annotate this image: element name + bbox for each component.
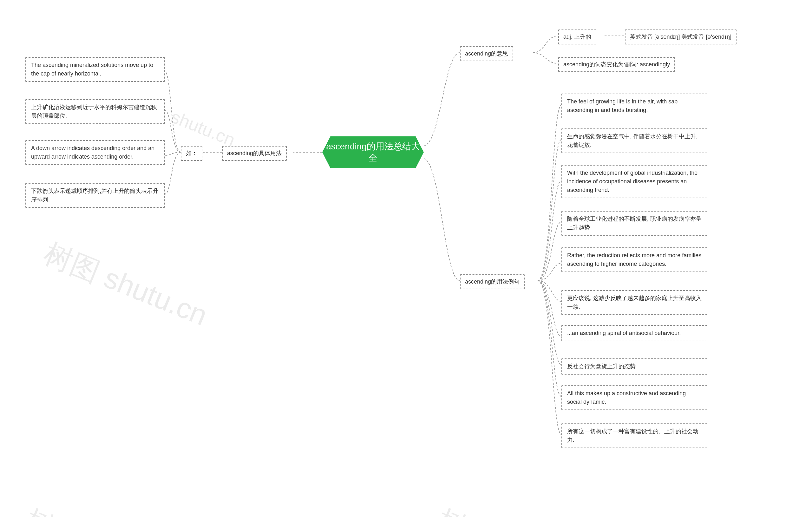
example-item-text: With the development of global industria… bbox=[567, 170, 697, 193]
example-item-node[interactable]: 随着全球工业化进程的不断发展, 职业病的发病率亦呈上升趋势. bbox=[561, 211, 707, 236]
example-item-node[interactable]: 生命的感觉弥漫在空气中, 伴随着水分在树干中上升,花蕾绽放. bbox=[561, 128, 707, 153]
watermark: 树图 shutu.cn bbox=[38, 234, 213, 335]
example-item-node[interactable]: ...an ascending spiral of antisocial beh… bbox=[561, 325, 707, 341]
left-item-text: 上升矿化溶液运移到近于水平的科姆尔吉建造沉积层的顶盖部位. bbox=[31, 104, 157, 119]
example-item-text: All this makes up a constructive and asc… bbox=[567, 390, 686, 405]
watermark: 树图 shutu.cn bbox=[431, 501, 606, 517]
left-item-text: 下跌箭头表示递减顺序排列,并有上升的箭头表示升序排列. bbox=[31, 188, 158, 203]
meaning-morph-node[interactable]: ascending的词态变化为:副词: ascendingly bbox=[558, 57, 675, 72]
root-node[interactable]: ascending的用法总结大全 bbox=[322, 136, 424, 168]
meaning-branch-node[interactable]: ascending的意思 bbox=[460, 46, 513, 61]
example-item-text: Rather, the reduction reflects more and … bbox=[567, 252, 701, 267]
watermark: 树图 shutu.cn bbox=[19, 501, 194, 517]
left-item-node[interactable]: The ascending mineralized solutions move… bbox=[25, 57, 165, 82]
left-item-text: The ascending mineralized solutions move… bbox=[31, 62, 153, 77]
example-item-node[interactable]: All this makes up a constructive and asc… bbox=[561, 385, 707, 410]
meaning-morph-text: ascending的词态变化为:副词: ascendingly bbox=[563, 61, 670, 67]
meaning-pron-node[interactable]: 英式发音 [ə'sendɪŋ] 美式发音 [ə'sendɪŋ] bbox=[625, 29, 736, 45]
mindmap-canvas: shutu.cn 树图 shutu.cn 树图 shutu.cn 树图 shut… bbox=[0, 0, 812, 517]
meaning-pron-text: 英式发音 [ə'sendɪŋ] 美式发音 [ə'sendɪŋ] bbox=[630, 34, 731, 40]
left-branch-label: ascending的具体用法 bbox=[227, 150, 282, 156]
watermark: shutu.cn bbox=[168, 106, 238, 151]
left-item-node[interactable]: 上升矿化溶液运移到近于水平的科姆尔吉建造沉积层的顶盖部位. bbox=[25, 99, 165, 124]
left-item-node[interactable]: A down arrow indicates descending order … bbox=[25, 140, 165, 165]
example-item-text: 所有这一切构成了一种富有建设性的、上升的社会动力. bbox=[567, 428, 698, 443]
example-item-node[interactable]: 更应该说, 这减少反映了越来越多的家庭上升至高收入一族. bbox=[561, 290, 707, 315]
example-item-text: 更应该说, 这减少反映了越来越多的家庭上升至高收入一族. bbox=[567, 295, 702, 310]
example-item-node[interactable]: 反社会行为盘旋上升的态势 bbox=[561, 358, 707, 375]
left-item-text: A down arrow indicates descending order … bbox=[31, 145, 154, 160]
example-item-text: The feel of growing life is in the air, … bbox=[567, 98, 677, 113]
meaning-adj-text: adj. 上升的 bbox=[563, 34, 591, 40]
example-item-node[interactable]: 所有这一切构成了一种富有建设性的、上升的社会动力. bbox=[561, 424, 707, 448]
examples-branch-node[interactable]: ascending的用法例句 bbox=[460, 275, 525, 289]
example-item-text: 随着全球工业化进程的不断发展, 职业病的发病率亦呈上升趋势. bbox=[567, 216, 702, 231]
example-item-text: 反社会行为盘旋上升的态势 bbox=[567, 363, 636, 370]
example-item-node[interactable]: With the development of global industria… bbox=[561, 165, 707, 198]
examples-branch-label: ascending的用法例句 bbox=[465, 279, 520, 285]
left-sub-node[interactable]: 如： bbox=[181, 146, 202, 161]
left-sub-label: 如： bbox=[186, 150, 197, 156]
example-item-text: 生命的感觉弥漫在空气中, 伴随着水分在树干中上升,花蕾绽放. bbox=[567, 133, 697, 148]
example-item-node[interactable]: The feel of growing life is in the air, … bbox=[561, 93, 707, 118]
root-title: ascending的用法总结大全 bbox=[322, 141, 424, 164]
example-item-text: ...an ascending spiral of antisocial beh… bbox=[567, 330, 681, 336]
left-item-node[interactable]: 下跌箭头表示递减顺序排列,并有上升的箭头表示升序排列. bbox=[25, 183, 165, 208]
left-branch-node[interactable]: ascending的具体用法 bbox=[222, 146, 287, 161]
example-item-node[interactable]: Rather, the reduction reflects more and … bbox=[561, 248, 707, 272]
meaning-adj-node[interactable]: adj. 上升的 bbox=[558, 29, 596, 45]
meaning-branch-label: ascending的意思 bbox=[465, 51, 508, 57]
